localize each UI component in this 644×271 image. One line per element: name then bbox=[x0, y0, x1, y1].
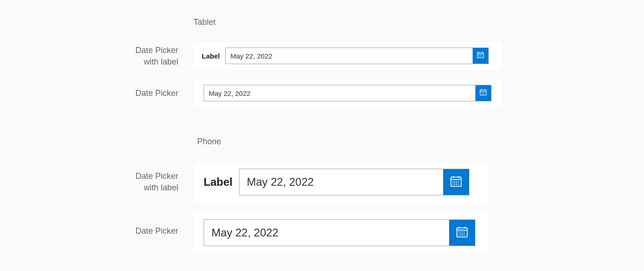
field-label: Label bbox=[193, 52, 225, 60]
date-input-value: May 22, 2022 bbox=[226, 48, 473, 64]
calendar-button[interactable] bbox=[473, 48, 488, 64]
demo-tablet-with-label: Label May 22, 2022 bbox=[193, 42, 502, 70]
date-input-value: May 22, 2022 bbox=[204, 220, 449, 246]
row-label-no-label-phone: Date Picker bbox=[114, 225, 178, 237]
calendar-button[interactable] bbox=[475, 85, 491, 101]
date-input-wrap[interactable]: May 22, 2022 bbox=[204, 219, 475, 246]
date-input-wrap[interactable]: May 22, 2022 bbox=[225, 47, 489, 64]
row-label-with-label-phone: Date Pickerwith label bbox=[114, 171, 178, 194]
section-heading-tablet: Tablet bbox=[193, 18, 216, 27]
date-input-value: May 22, 2022 bbox=[204, 85, 475, 101]
calendar-icon bbox=[479, 88, 487, 98]
demo-phone-with-label: Label May 22, 2022 bbox=[193, 161, 488, 203]
date-input-wrap[interactable]: May 22, 2022 bbox=[204, 85, 492, 101]
row-label-no-label-tablet: Date Picker bbox=[114, 88, 178, 99]
demo-phone-no-label: May 22, 2022 bbox=[193, 212, 488, 253]
section-heading-phone: Phone bbox=[197, 137, 221, 147]
date-input-value: May 22, 2022 bbox=[240, 169, 443, 195]
date-input-wrap[interactable]: May 22, 2022 bbox=[239, 169, 469, 195]
demo-tablet-no-label: May 22, 2022 bbox=[193, 79, 502, 107]
calendar-icon bbox=[455, 225, 469, 241]
field-label: Label bbox=[193, 176, 239, 189]
calendar-button[interactable] bbox=[449, 220, 475, 246]
row-label-with-label-tablet: Date Pickerwith label bbox=[114, 45, 178, 68]
calendar-button[interactable] bbox=[443, 169, 469, 195]
calendar-icon bbox=[476, 51, 485, 61]
calendar-icon bbox=[449, 174, 463, 190]
